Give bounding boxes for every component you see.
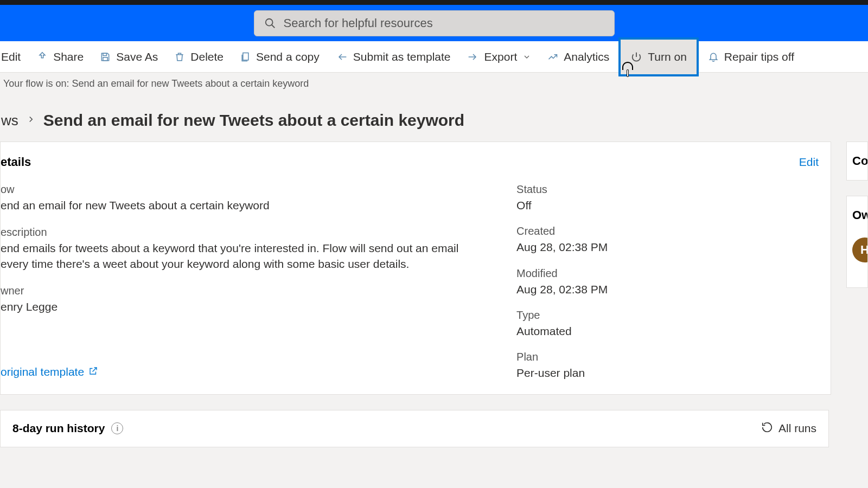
export-icon (467, 52, 479, 62)
connections-card: Co (846, 142, 868, 181)
save-as-label: Save As (116, 50, 158, 63)
turn-on-label: Turn on (648, 50, 687, 63)
analytics-button[interactable]: Analytics (539, 41, 617, 72)
chevron-down-icon (522, 53, 531, 61)
search-box[interactable] (254, 10, 615, 36)
original-template-label: original template (1, 365, 84, 378)
all-runs-label: All runs (778, 422, 816, 435)
trash-icon (174, 52, 185, 62)
submit-icon (336, 52, 348, 62)
owner-value: enry Legge (1, 299, 484, 314)
analytics-icon (547, 52, 558, 62)
modified-value: Aug 28, 02:38 PM (516, 282, 819, 297)
breadcrumb-root[interactable]: ws (1, 112, 18, 129)
type-label: Type (516, 309, 819, 322)
plan-label: Plan (516, 351, 819, 363)
search-icon (264, 17, 276, 29)
delete-label: Delete (190, 50, 224, 63)
svg-line-1 (271, 24, 275, 28)
type-value: Automated (516, 324, 819, 339)
avatar[interactable]: H (852, 237, 868, 262)
owner-label: wner (1, 285, 484, 297)
connections-heading: Co (852, 154, 862, 168)
share-button[interactable]: Share (29, 41, 92, 72)
save-as-button[interactable]: Save As (92, 41, 166, 72)
repair-tips-button[interactable]: Repair tips off (700, 41, 802, 72)
search-input[interactable] (284, 16, 604, 30)
export-label: Export (484, 50, 518, 63)
description-label: escription (1, 226, 484, 239)
details-card: etails Edit ow end an email for new Twee… (0, 142, 831, 395)
delete-button[interactable]: Delete (166, 41, 232, 72)
status-value: Off (516, 198, 819, 213)
save-icon (100, 52, 111, 62)
status-label: Status (516, 183, 819, 196)
share-icon (37, 52, 48, 62)
send-copy-button[interactable]: Send a copy (232, 41, 328, 72)
browser-chrome-strip (0, 0, 868, 5)
command-bar: Edit Share Save As Delete Send a copy (0, 41, 868, 73)
submit-template-button[interactable]: Submit as template (328, 41, 459, 72)
send-copy-label: Send a copy (256, 50, 320, 63)
share-label: Share (53, 50, 84, 63)
external-link-icon (88, 365, 98, 378)
original-template-link[interactable]: original template (1, 365, 484, 378)
owners-heading: Ow (852, 208, 862, 222)
breadcrumb: ws Send an email for new Tweets about a … (1, 95, 868, 142)
run-history-card: 8-day run history i All runs (0, 410, 829, 447)
info-icon[interactable]: i (111, 422, 123, 434)
header-bar (0, 5, 868, 41)
submit-template-label: Submit as template (353, 50, 451, 63)
svg-rect-2 (103, 53, 107, 55)
export-button[interactable]: Export (459, 41, 540, 72)
description-value: end emails for tweets about a keyword th… (1, 241, 484, 272)
power-icon (630, 51, 642, 63)
status-message: Your flow is on: Send an email for new T… (1, 73, 868, 95)
details-heading: etails (1, 155, 31, 169)
created-label: Created (516, 225, 819, 237)
svg-rect-4 (243, 53, 248, 60)
modified-label: Modified (516, 267, 819, 280)
edit-label: Edit (1, 50, 21, 63)
edit-button[interactable]: Edit (1, 41, 29, 72)
owners-card: Ow H (846, 196, 868, 288)
svg-point-0 (265, 18, 272, 25)
flow-value: end an email for new Tweets about a cert… (1, 198, 484, 213)
run-history-title: 8-day run history (12, 422, 105, 435)
analytics-label: Analytics (564, 50, 609, 63)
created-value: Aug 28, 02:38 PM (516, 240, 819, 255)
all-runs-link[interactable]: All runs (761, 421, 816, 436)
copy-icon (240, 52, 251, 62)
page-title: Send an email for new Tweets about a cer… (43, 111, 464, 130)
details-edit-link[interactable]: Edit (799, 156, 819, 169)
refresh-icon (761, 421, 773, 436)
bell-icon (708, 52, 719, 62)
right-side-column: Co Ow H (846, 142, 868, 395)
plan-value: Per-user plan (516, 365, 819, 381)
svg-rect-3 (103, 57, 107, 60)
turn-on-button[interactable]: Turn on (618, 37, 699, 76)
chevron-right-icon (26, 114, 36, 126)
flow-label: ow (1, 183, 484, 196)
repair-tips-label: Repair tips off (724, 50, 794, 63)
